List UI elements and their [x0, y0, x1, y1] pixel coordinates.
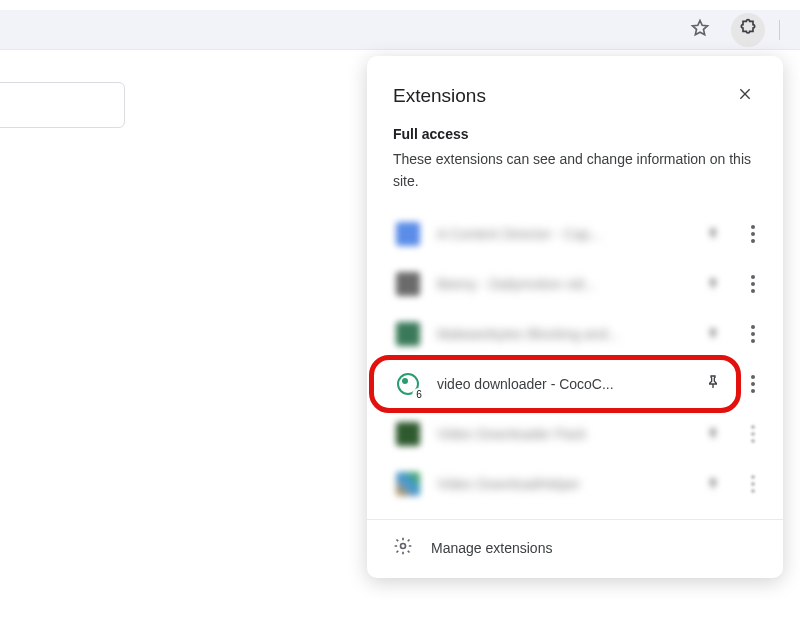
extensions-popup: Extensions Full access These extensions … — [367, 56, 783, 578]
extension-item[interactable]: Video Downloader Pack — [375, 409, 775, 459]
svg-rect-8 — [710, 478, 715, 485]
extension-name: video downloader - CocoC... — [437, 376, 685, 392]
svg-rect-3 — [712, 285, 713, 289]
more-vertical-icon — [751, 275, 755, 293]
more-actions-button[interactable] — [741, 470, 765, 498]
svg-point-10 — [401, 543, 406, 548]
svg-rect-4 — [710, 328, 715, 335]
extension-name: Video DownloadHelper — [437, 476, 685, 492]
page-input-fragment — [0, 82, 125, 128]
more-vertical-icon — [751, 425, 755, 443]
svg-rect-6 — [710, 428, 715, 435]
extension-name: Video Downloader Pack — [437, 426, 685, 442]
bookmark-button[interactable] — [683, 13, 717, 47]
extension-name: Malwarebytes Blocking and... — [437, 326, 685, 342]
svg-rect-5 — [712, 335, 713, 339]
extension-item[interactable]: A Content Director - Cap... — [375, 209, 775, 259]
pin-icon — [705, 373, 721, 395]
more-vertical-icon — [751, 225, 755, 243]
star-icon — [690, 18, 710, 42]
puzzle-icon — [738, 18, 758, 42]
extension-icon — [393, 469, 423, 499]
pin-button[interactable] — [699, 320, 727, 348]
extension-name: A Content Director - Cap... — [437, 226, 685, 242]
extension-icon — [393, 219, 423, 249]
more-vertical-icon — [751, 325, 755, 343]
extension-icon — [393, 269, 423, 299]
more-actions-button[interactable] — [741, 270, 765, 298]
extension-item[interactable]: Malwarebytes Blocking and... — [375, 309, 775, 359]
extension-item-highlighted[interactable]: 6 video downloader - CocoC... — [375, 359, 775, 409]
extensions-button[interactable] — [731, 13, 765, 47]
section-title: Full access — [393, 126, 757, 142]
extension-item[interactable]: Video DownloadHelper — [375, 459, 775, 509]
pin-button[interactable] — [699, 270, 727, 298]
svg-rect-1 — [712, 235, 713, 239]
extension-list: A Content Director - Cap... Beeny - Dail… — [367, 205, 783, 513]
pin-button[interactable] — [699, 370, 727, 398]
svg-rect-7 — [712, 435, 713, 439]
manage-extensions-label: Manage extensions — [431, 540, 552, 556]
svg-rect-9 — [712, 485, 713, 489]
more-actions-button[interactable] — [741, 370, 765, 398]
close-icon — [737, 88, 753, 105]
more-actions-button[interactable] — [741, 420, 765, 448]
toolbar-separator — [779, 20, 780, 40]
gear-icon — [393, 536, 413, 560]
full-access-section: Full access These extensions can see and… — [367, 120, 783, 205]
pin-button[interactable] — [699, 220, 727, 248]
extension-icon — [393, 319, 423, 349]
more-actions-button[interactable] — [741, 220, 765, 248]
pin-button[interactable] — [699, 420, 727, 448]
extension-name: Beeny - Dailymotion vid... — [437, 276, 685, 292]
popup-header: Extensions — [367, 64, 783, 120]
more-vertical-icon — [751, 475, 755, 493]
more-actions-button[interactable] — [741, 320, 765, 348]
extension-icon — [393, 419, 423, 449]
browser-toolbar — [0, 10, 800, 50]
extension-badge: 6 — [412, 388, 426, 402]
manage-extensions-button[interactable]: Manage extensions — [367, 520, 783, 578]
extension-item[interactable]: Beeny - Dailymotion vid... — [375, 259, 775, 309]
close-button[interactable] — [733, 82, 757, 110]
svg-rect-2 — [710, 278, 715, 285]
more-vertical-icon — [751, 375, 755, 393]
pin-button[interactable] — [699, 470, 727, 498]
section-description: These extensions can see and change info… — [393, 148, 757, 193]
extension-icon: 6 — [393, 369, 423, 399]
svg-rect-0 — [710, 228, 715, 235]
popup-title: Extensions — [393, 85, 486, 107]
